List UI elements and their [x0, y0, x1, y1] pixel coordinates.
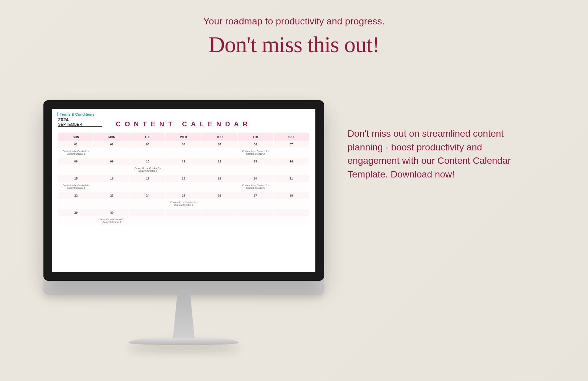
content-cell — [274, 165, 309, 175]
date-cell — [274, 209, 309, 216]
content-cell — [94, 199, 130, 209]
content-cell — [130, 148, 166, 158]
date-cell: 18 — [166, 175, 201, 182]
terms-conditions-label: Terms & Conditions — [57, 112, 309, 116]
content-cell: Content to be Created 7 - Content Creato… — [94, 216, 130, 226]
date-cell: 04 — [166, 141, 201, 148]
content-cell — [202, 182, 238, 192]
calendar-grid: SUNMONTUEWEDTHUFRISAT01020304050607Conte… — [58, 133, 309, 226]
date-cell: 22 — [58, 192, 94, 199]
date-cell: 30 — [94, 209, 130, 216]
content-cell — [94, 165, 130, 175]
date-cell: 17 — [130, 175, 166, 182]
content-cell — [58, 165, 94, 175]
date-cell: 05 — [202, 141, 238, 148]
date-cell: 25 — [166, 192, 201, 199]
content-cell — [166, 148, 201, 158]
content-cell — [238, 199, 273, 209]
monitor-screen: Terms & Conditions 2024 SEPTEMBER CONTEN… — [43, 100, 324, 281]
content-cell — [202, 148, 238, 158]
content-cell — [130, 199, 166, 209]
day-header: WED — [166, 133, 201, 141]
content-cell: Content to be Created 6 - Content Creato… — [166, 199, 201, 209]
date-cell: 12 — [202, 158, 238, 165]
date-cell — [166, 209, 201, 216]
content-cell — [130, 216, 166, 226]
body-copy: Don't miss out on streamlined content pl… — [347, 127, 525, 181]
date-cell: 11 — [166, 158, 201, 165]
date-cell — [238, 209, 273, 216]
calendar-title: CONTENT CALENDAR — [52, 120, 315, 128]
date-cell: 24 — [130, 192, 166, 199]
content-cell — [274, 199, 309, 209]
day-header: TUE — [130, 133, 166, 141]
date-cell: 15 — [58, 175, 94, 182]
day-header: SUN — [58, 133, 94, 141]
date-cell: 16 — [94, 175, 130, 182]
content-cell — [274, 148, 309, 158]
main-title: Don't miss this out! — [0, 31, 588, 58]
content-cell — [130, 182, 166, 192]
content-cell: Content to be Created 5 - Content Creato… — [238, 182, 273, 192]
date-cell — [202, 209, 238, 216]
monitor-chin — [43, 279, 324, 295]
monitor-mockup: Terms & Conditions 2024 SEPTEMBER CONTEN… — [43, 100, 324, 345]
content-cell — [58, 199, 94, 209]
date-cell: 09 — [94, 158, 130, 165]
date-cell: 27 — [238, 192, 273, 199]
content-cell — [166, 182, 201, 192]
content-cell — [94, 182, 130, 192]
date-cell: 26 — [202, 192, 238, 199]
date-cell: 20 — [238, 175, 273, 182]
day-header: SAT — [274, 133, 309, 141]
content-cell — [202, 165, 238, 175]
content-cell — [58, 216, 94, 226]
date-cell: 03 — [130, 141, 166, 148]
date-cell: 13 — [238, 158, 273, 165]
date-cell: 07 — [274, 141, 309, 148]
date-cell — [130, 209, 166, 216]
date-cell: 14 — [274, 158, 309, 165]
headline-block: Your roadmap to productivity and progres… — [0, 16, 588, 58]
date-cell: 19 — [202, 175, 238, 182]
date-cell: 21 — [274, 175, 309, 182]
subtitle: Your roadmap to productivity and progres… — [0, 16, 588, 27]
monitor-stand — [162, 295, 205, 338]
content-cell — [166, 165, 201, 175]
content-cell — [238, 165, 273, 175]
day-header: MON — [94, 133, 130, 141]
content-cell: Content to be Created 1 - Content Creato… — [58, 148, 94, 158]
date-cell: 10 — [130, 158, 166, 165]
date-cell: 29 — [58, 209, 94, 216]
content-cell: Content to be Created 4 - Content Creato… — [58, 182, 94, 192]
day-header: THU — [202, 133, 238, 141]
monitor-base — [129, 338, 239, 345]
content-cell: Content to be Created 2 - Content Creato… — [238, 148, 273, 158]
content-cell — [238, 216, 273, 226]
content-cell — [202, 199, 238, 209]
content-cell — [94, 148, 130, 158]
content-cell — [166, 216, 201, 226]
date-cell: 02 — [94, 141, 130, 148]
date-cell: 08 — [58, 158, 94, 165]
content-cell — [274, 216, 309, 226]
date-cell: 23 — [94, 192, 130, 199]
day-header: FRI — [238, 133, 273, 141]
content-cell — [274, 182, 309, 192]
calendar-app: Terms & Conditions 2024 SEPTEMBER CONTEN… — [52, 109, 315, 272]
date-cell: 28 — [274, 192, 309, 199]
date-cell: 01 — [58, 141, 94, 148]
content-cell — [202, 216, 238, 226]
date-cell: 06 — [238, 141, 273, 148]
content-cell: Content to be Created 3 - Content Creato… — [130, 165, 166, 175]
